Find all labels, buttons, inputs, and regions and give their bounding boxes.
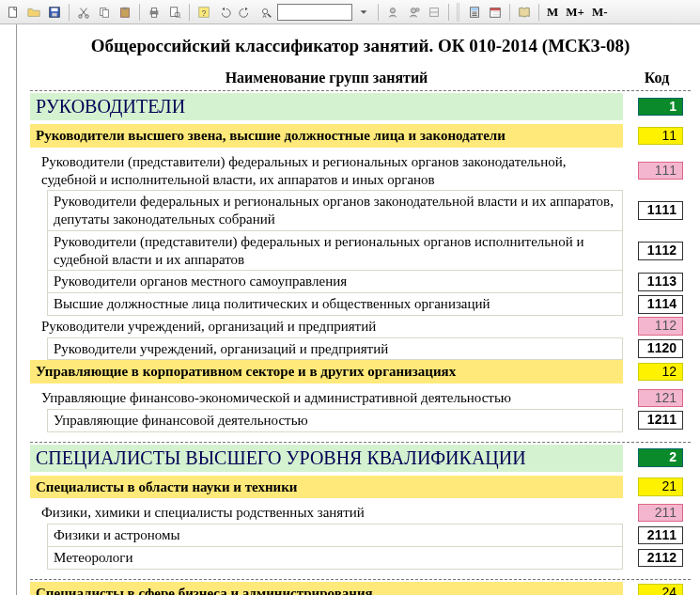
open-folder-icon[interactable] bbox=[24, 3, 43, 22]
svg-rect-9 bbox=[123, 7, 127, 9]
tool-icon-1[interactable] bbox=[383, 3, 402, 22]
memory-mminus-button[interactable]: M- bbox=[589, 5, 611, 20]
cut-icon[interactable] bbox=[74, 3, 93, 22]
classifier-row: Руководители (представители) федеральных… bbox=[30, 151, 691, 191]
search-input[interactable] bbox=[277, 4, 352, 21]
undo-icon[interactable] bbox=[215, 3, 234, 22]
svg-rect-32 bbox=[490, 8, 501, 10]
svg-text:?: ? bbox=[202, 8, 207, 17]
row-text: СПЕЦИАЛИСТЫ ВЫСШЕГО УРОВНЯ КВАЛИФИКАЦИИ bbox=[30, 445, 623, 472]
row-code-cell: 111 bbox=[623, 151, 691, 191]
row-text: Специалисты в области науки и техники bbox=[30, 476, 623, 499]
code-badge: 1 bbox=[638, 98, 683, 117]
row-code-cell: 1 bbox=[623, 93, 691, 120]
svg-rect-3 bbox=[52, 12, 56, 16]
print-preview-icon[interactable] bbox=[165, 3, 184, 22]
row-code-cell: 1113 bbox=[623, 271, 691, 293]
code-badge: 1113 bbox=[638, 273, 683, 291]
classifier-row: Физики, химики и специалисты родственных… bbox=[30, 502, 691, 524]
tool-icon-3[interactable] bbox=[425, 3, 443, 22]
code-badge: 11 bbox=[638, 127, 683, 146]
svg-rect-27 bbox=[472, 8, 478, 10]
save-icon[interactable] bbox=[45, 3, 64, 22]
row-text: Специалисты в сфере бизнеса и администри… bbox=[30, 582, 623, 596]
row-text: Руководители (представители) федеральных… bbox=[36, 151, 623, 191]
copy-icon[interactable] bbox=[95, 3, 114, 22]
column-header-name: Наименование групп занятий bbox=[30, 70, 623, 86]
svg-rect-2 bbox=[52, 8, 58, 11]
vertical-ruler bbox=[0, 24, 17, 595]
row-text: Руководители высшего звена, высшие должн… bbox=[30, 124, 623, 148]
code-badge: 1120 bbox=[638, 339, 683, 358]
print-icon[interactable] bbox=[145, 3, 163, 22]
paste-icon[interactable] bbox=[116, 3, 134, 22]
row-text: Управляющие финансовой деятельностью bbox=[47, 409, 623, 432]
classifier-row: Специалисты в области науки и техники21 bbox=[30, 476, 691, 499]
calendar-icon[interactable] bbox=[486, 3, 505, 22]
svg-line-19 bbox=[268, 13, 272, 17]
search-dropdown-icon[interactable] bbox=[354, 3, 373, 22]
toolbar-separator bbox=[139, 4, 140, 21]
classifier-row: Руководители органов местного самоуправл… bbox=[30, 271, 691, 293]
page: Общероссийский классификатор занятий. ОК… bbox=[17, 24, 700, 595]
book-icon[interactable] bbox=[515, 3, 534, 22]
new-file-icon[interactable] bbox=[4, 3, 23, 22]
classifier-row: Метеорологи2112 bbox=[30, 547, 691, 570]
row-text: Метеорологи bbox=[47, 547, 623, 570]
toolbar-separator bbox=[189, 4, 190, 21]
row-text: Руководители учреждений, организаций и п… bbox=[47, 337, 623, 361]
row-text: Высшие должностные лица политических и о… bbox=[47, 293, 623, 316]
document-title: Общероссийский классификатор занятий. ОК… bbox=[30, 36, 691, 56]
toolbar-separator bbox=[69, 4, 70, 21]
classifier-block: СПЕЦИАЛИСТЫ ВЫСШЕГО УРОВНЯ КВАЛИФИКАЦИИ2… bbox=[30, 445, 691, 570]
row-code-cell: 211 bbox=[623, 502, 691, 524]
row-text: Физики и астрономы bbox=[47, 524, 623, 547]
row-text: Руководители (представители) федеральных… bbox=[47, 231, 623, 272]
row-text: Управляющие в корпоративном секторе и в … bbox=[30, 360, 623, 384]
help-icon[interactable]: ? bbox=[194, 3, 213, 22]
code-badge: 1111 bbox=[638, 201, 683, 220]
row-code-cell: 21 bbox=[623, 476, 691, 499]
classifier-row: РУКОВОДИТЕЛИ1 bbox=[30, 93, 691, 120]
svg-rect-0 bbox=[9, 7, 17, 17]
row-code-cell: 1211 bbox=[623, 409, 691, 432]
memory-m-button[interactable]: M bbox=[544, 5, 561, 20]
divider bbox=[30, 579, 691, 580]
toolbar: ? A M M+ M- bbox=[0, 0, 700, 24]
classifier-block: Специалисты в сфере бизнеса и администри… bbox=[30, 582, 691, 596]
code-badge: 1114 bbox=[638, 295, 683, 314]
tool-icon-2[interactable] bbox=[404, 3, 423, 22]
classifier-row: Управляющие финансовой деятельностью1211 bbox=[30, 409, 691, 432]
code-badge: 12 bbox=[638, 363, 683, 382]
code-badge: 2 bbox=[638, 448, 683, 467]
code-badge: 2112 bbox=[638, 549, 683, 568]
document-area: Общероссийский классификатор занятий. ОК… bbox=[0, 24, 700, 595]
toolbar-separator bbox=[448, 4, 449, 21]
classifier-row: Управляющие в корпоративном секторе и в … bbox=[30, 360, 691, 384]
svg-rect-13 bbox=[171, 7, 178, 16]
row-code-cell: 24 bbox=[623, 582, 691, 596]
memory-mplus-button[interactable]: M+ bbox=[563, 5, 587, 20]
row-code-cell: 112 bbox=[623, 316, 691, 337]
svg-rect-12 bbox=[151, 13, 156, 17]
classifier-row: Руководители федеральных и региональных … bbox=[30, 190, 691, 231]
code-badge: 21 bbox=[638, 478, 683, 496]
code-badge: 111 bbox=[638, 162, 683, 180]
row-code-cell: 11 bbox=[623, 124, 691, 148]
row-code-cell: 2112 bbox=[623, 547, 691, 570]
svg-point-23 bbox=[416, 8, 420, 11]
toolbar-separator bbox=[538, 4, 539, 21]
redo-icon[interactable] bbox=[236, 3, 255, 22]
calculator-icon[interactable] bbox=[465, 3, 484, 22]
find-icon[interactable]: A bbox=[257, 3, 275, 22]
code-badge: 2111 bbox=[638, 526, 683, 545]
classifier-row: Специалисты в сфере бизнеса и администри… bbox=[30, 582, 691, 596]
toolbar-grip bbox=[457, 3, 460, 22]
toolbar-separator bbox=[509, 4, 510, 21]
classifier-row: Руководители (представители) федеральных… bbox=[30, 231, 691, 272]
code-badge: 211 bbox=[638, 504, 683, 523]
code-badge: 112 bbox=[638, 317, 683, 336]
row-text: Руководители учреждений, организаций и п… bbox=[36, 316, 623, 337]
code-badge: 1112 bbox=[638, 242, 683, 260]
row-text: Руководители федеральных и региональных … bbox=[47, 190, 623, 231]
